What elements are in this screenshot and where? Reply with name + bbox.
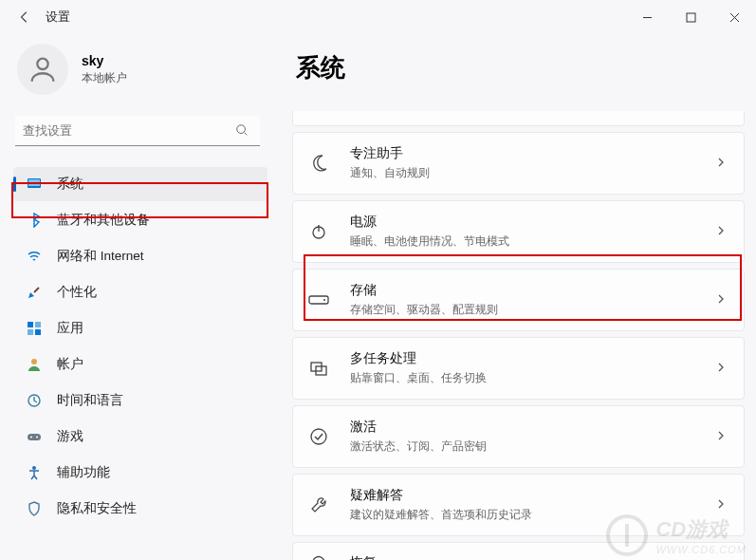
time-icon <box>27 393 42 408</box>
sidebar-item-label: 蓝牙和其他设备 <box>57 212 150 229</box>
sidebar-item-gaming[interactable]: 游戏 <box>13 420 267 454</box>
settings-card-moon[interactable]: 专注助手通知、自动规则 <box>292 132 745 195</box>
wifi-icon <box>27 249 42 264</box>
chevron-right-icon <box>715 428 727 445</box>
page-title: 系统 <box>292 51 745 84</box>
maximize-button[interactable] <box>669 0 712 34</box>
accessibility-icon <box>27 465 42 480</box>
activation-icon <box>308 426 329 447</box>
svg-rect-6 <box>35 322 41 327</box>
card-prev-clipped[interactable] <box>292 111 745 126</box>
sidebar-item-time[interactable]: 时间和语言 <box>13 383 267 418</box>
settings-card-multitask[interactable]: 多任务处理贴靠窗口、桌面、任务切换 <box>292 337 745 400</box>
sidebar-item-wifi[interactable]: 网络和 Internet <box>13 239 267 273</box>
sidebar-item-label: 时间和语言 <box>57 392 123 409</box>
back-button[interactable] <box>11 4 38 30</box>
svg-point-20 <box>311 429 326 444</box>
svg-point-17 <box>323 299 325 301</box>
svg-rect-4 <box>28 179 40 186</box>
profile-block[interactable]: sky 本地帐户 <box>13 44 267 95</box>
storage-icon <box>308 289 329 310</box>
sidebar-item-label: 游戏 <box>57 428 83 445</box>
close-button[interactable] <box>712 0 756 34</box>
settings-card-power[interactable]: 电源睡眠、电池使用情况、节电模式 <box>292 200 745 263</box>
card-title: 激活 <box>350 419 715 436</box>
svg-point-12 <box>30 437 32 439</box>
sidebar-item-label: 辅助功能 <box>57 464 110 481</box>
sidebar-item-privacy[interactable]: 隐私和安全性 <box>13 492 267 526</box>
settings-card-activation[interactable]: 激活激活状态、订阅、产品密钥 <box>292 405 745 468</box>
sidebar-item-label: 网络和 Internet <box>57 248 144 265</box>
chevron-right-icon <box>715 155 727 172</box>
card-desc: 睡眠、电池使用情况、节电模式 <box>350 233 715 250</box>
svg-point-9 <box>31 359 37 364</box>
card-title: 疑难解答 <box>350 487 715 504</box>
chevron-right-icon <box>715 291 727 308</box>
svg-rect-8 <box>35 329 41 335</box>
avatar-icon <box>17 44 68 95</box>
moon-icon <box>308 153 329 174</box>
system-icon <box>27 177 42 192</box>
sidebar-item-label: 应用 <box>57 320 83 337</box>
apps-icon <box>27 321 42 336</box>
search-input[interactable] <box>15 116 260 146</box>
chevron-right-icon <box>715 360 727 377</box>
sidebar-item-personalize[interactable]: 个性化 <box>13 275 267 309</box>
svg-rect-5 <box>28 322 33 327</box>
sidebar-item-bluetooth[interactable]: 蓝牙和其他设备 <box>13 203 267 237</box>
window-title: 设置 <box>46 9 70 26</box>
sidebar-item-system[interactable]: 系统 <box>13 167 267 201</box>
chevron-right-icon <box>715 496 727 513</box>
svg-point-13 <box>36 437 38 439</box>
svg-rect-11 <box>28 434 41 440</box>
card-title: 多任务处理 <box>350 350 715 367</box>
gaming-icon <box>27 429 42 444</box>
sidebar-item-label: 隐私和安全性 <box>57 500 137 517</box>
svg-point-2 <box>237 125 246 134</box>
search-box[interactable] <box>15 116 260 146</box>
troubleshoot-icon <box>308 495 329 515</box>
svg-rect-7 <box>28 329 33 335</box>
card-desc: 激活状态、订阅、产品密钥 <box>350 439 715 455</box>
privacy-icon <box>27 501 42 516</box>
recovery-icon <box>308 552 329 561</box>
svg-point-14 <box>32 466 36 470</box>
sidebar-item-label: 帐户 <box>57 356 83 373</box>
profile-type: 本地帐户 <box>82 70 127 86</box>
watermark: CD游戏 WWW.CD6.COM <box>606 514 747 556</box>
sidebar-item-accessibility[interactable]: 辅助功能 <box>13 456 267 490</box>
card-title: 电源 <box>350 214 715 231</box>
profile-name: sky <box>82 53 127 68</box>
sidebar-item-apps[interactable]: 应用 <box>13 311 267 345</box>
sidebar-item-account[interactable]: 帐户 <box>13 347 267 382</box>
settings-card-storage[interactable]: 存储存储空间、驱动器、配置规则 <box>292 269 745 331</box>
account-icon <box>27 357 42 372</box>
personalize-icon <box>27 285 42 300</box>
chevron-right-icon <box>715 223 727 240</box>
card-desc: 贴靠窗口、桌面、任务切换 <box>350 370 715 386</box>
bluetooth-icon <box>27 213 42 228</box>
multitask-icon <box>308 358 329 379</box>
sidebar-item-label: 系统 <box>57 176 83 193</box>
svg-rect-0 <box>687 13 695 22</box>
power-icon <box>308 221 329 242</box>
card-title: 存储 <box>350 282 715 299</box>
card-title: 专注助手 <box>350 145 715 162</box>
card-desc: 通知、自动规则 <box>350 165 715 181</box>
search-icon <box>235 123 249 140</box>
svg-point-1 <box>37 59 47 69</box>
card-desc: 存储空间、驱动器、配置规则 <box>350 302 715 318</box>
minimize-button[interactable] <box>625 0 669 34</box>
sidebar-item-label: 个性化 <box>57 284 97 301</box>
